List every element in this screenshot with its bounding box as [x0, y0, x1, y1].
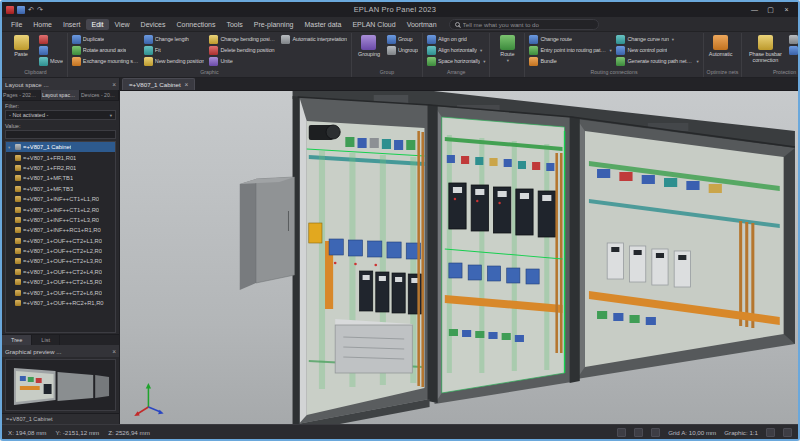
change-route-button[interactable]: Change route [528, 34, 612, 44]
chevron-down-icon: ▾ [609, 48, 611, 53]
menu-tab-insert[interactable]: Insert [58, 19, 86, 30]
snap-toggle-icon[interactable] [617, 428, 626, 437]
menu-tab-eplan-cloud[interactable]: EPLAN Cloud [347, 19, 400, 30]
menu-tab-master-data[interactable]: Master data [299, 19, 346, 30]
menu-tab-file[interactable]: File [6, 19, 27, 30]
tab-devices[interactable]: Devices - 2021... [80, 90, 119, 100]
cut-button[interactable] [38, 34, 64, 44]
space-horizontally-button[interactable]: Space horizontally▾ [426, 56, 486, 66]
bundle-button[interactable]: Bundle [528, 56, 612, 66]
cabinet-bay-middle [435, 106, 572, 404]
paste-button[interactable]: Paste [7, 34, 35, 57]
tab-layout-space[interactable]: Layout space ... [41, 90, 80, 100]
align-on-grid-button[interactable]: Align on grid [426, 34, 486, 44]
tab-tree[interactable]: Tree [2, 335, 32, 345]
close-button[interactable]: × [779, 4, 794, 16]
maximize-button[interactable]: ▢ [763, 4, 778, 16]
filter-select[interactable]: - Not activated - ▾ [5, 110, 116, 120]
move-button[interactable]: Move [38, 56, 64, 66]
tree-item[interactable]: =+V807_1+OUF++CT2+L4,R0 [6, 267, 115, 277]
tree-item[interactable]: =+V807_1+INF++CT1+L2,R0 [6, 204, 115, 214]
space-horizontal-icon [427, 57, 436, 66]
unite-icon [209, 57, 218, 66]
group-label-optimize-nets: Optimize nets [707, 68, 739, 77]
unite-button[interactable]: Unite [208, 56, 277, 66]
device-icon [15, 207, 21, 213]
ungroup-button[interactable]: Ungroup [386, 45, 419, 55]
side-cabinet [240, 177, 295, 290]
tree-item[interactable]: =+V807_1+INF++CT1+L1,R0 [6, 194, 115, 204]
undo-icon[interactable]: ↶ [28, 6, 34, 14]
tree-item[interactable]: =+V807_1+OUF++RC2+R1,R0 [6, 298, 115, 308]
fit-button[interactable]: Fit [143, 45, 206, 55]
options-button[interactable]: Options [788, 45, 798, 55]
settings-icon[interactable] [783, 428, 792, 437]
menu-tab-devices[interactable]: Devices [136, 19, 171, 30]
tree-item[interactable]: =+V807_1+OUF++CT2+L1,R0 [6, 236, 115, 246]
phase-busbar-connection-button[interactable]: Phase busbar connection [745, 34, 785, 63]
automatic-interpretation-button[interactable]: Automatic interpretation [280, 34, 348, 44]
copy-button[interactable] [38, 45, 64, 55]
grid-toggle-icon[interactable] [634, 428, 643, 437]
value-label: Value: [2, 121, 119, 129]
duplicate-button[interactable]: Duplicate [71, 34, 140, 44]
rotate-around-axis-button[interactable]: Rotate around axis [71, 45, 140, 55]
configure-button[interactable]: Configure [788, 34, 798, 44]
tree-item[interactable]: =+V807_1+MF,TB1 [6, 173, 115, 183]
menu-tab-voortman[interactable]: Voortman [402, 19, 442, 30]
tab-pages[interactable]: Pages - 20210... [2, 90, 41, 100]
tell-me-search[interactable] [449, 19, 599, 30]
tree-item[interactable]: =+V807_1+OUF++CT2+L3,R0 [6, 256, 115, 266]
grouping-button[interactable]: Grouping [355, 34, 383, 57]
ortho-toggle-icon[interactable] [651, 428, 660, 437]
change-curve-run-button[interactable]: Change curve run▾ [615, 34, 699, 44]
change-bending-position-button[interactable]: Change bending position [208, 34, 277, 44]
layout-space-panel: Layout space ... × Pages - 20210... Layo… [2, 78, 120, 424]
tree-item[interactable]: =+V807_1+OUF++CT2+L5,R0 [6, 277, 115, 287]
tree-item[interactable]: =+V807_1+INF++CT1+L3,R0 [6, 215, 115, 225]
minimize-button[interactable]: — [747, 4, 762, 16]
layer-icon[interactable] [766, 428, 775, 437]
change-route-icon [529, 35, 538, 44]
panel-close-icon[interactable]: × [112, 81, 116, 88]
generate-routing-path-button[interactable]: Generate routing path network▾ [615, 56, 699, 66]
group-button[interactable]: Group [386, 34, 419, 44]
menu-tab-tools[interactable]: Tools [221, 19, 247, 30]
menu-tab-pre-planning[interactable]: Pre-planning [249, 19, 299, 30]
value-input[interactable] [5, 130, 116, 139]
graphical-preview[interactable] [5, 359, 116, 411]
preview-close-icon[interactable]: × [112, 348, 116, 355]
exchange-mounting-surface-button[interactable]: Exchange mounting surface [71, 56, 140, 66]
tree-item[interactable]: =+V807_1+INF++RC1+R1,R0 [6, 225, 115, 235]
tree-item[interactable]: =+V807_1+OUF++CT2+L2,R0 [6, 246, 115, 256]
search-input[interactable] [463, 21, 593, 28]
route-button[interactable]: Route ▾ [493, 34, 521, 63]
graphic-scale[interactable]: Graphic: 1:1 [724, 429, 758, 436]
tab-list[interactable]: List [32, 335, 60, 345]
new-control-point-button[interactable]: New control point [615, 45, 699, 55]
menu-tab-connections[interactable]: Connections [172, 19, 221, 30]
tree-item[interactable]: =+V807_1+FR2,R01 [6, 163, 115, 173]
group-label-arrange: Arrange [426, 68, 486, 77]
automatic-icon [713, 35, 728, 50]
align-horizontally-button[interactable]: Align horizontally▾ [426, 45, 486, 55]
ribbon-group-routing-connections: Change route Entry point into routing pa… [525, 33, 703, 77]
new-bending-position-button[interactable]: New bending position [143, 56, 206, 66]
save-icon[interactable] [17, 6, 25, 14]
menu-tab-view[interactable]: View [110, 19, 135, 30]
tree-item[interactable]: =+V807_1+OUF++CT2+L6,R0 [6, 287, 115, 297]
menu-tab-home[interactable]: Home [28, 19, 57, 30]
tree-item[interactable]: =+V807_1+MF,TB3 [6, 184, 115, 194]
entry-point-button[interactable]: Entry point into routing path network▾ [528, 45, 612, 55]
tab-close-icon[interactable]: × [185, 81, 189, 88]
document-tab[interactable]: =+V807_1 Cabinet × [122, 78, 195, 90]
tree-item[interactable]: =+V807_1+FR1,R01 [6, 152, 115, 162]
menu-tab-edit[interactable]: Edit [86, 19, 108, 30]
delete-bending-position-button[interactable]: Delete bending position [208, 45, 277, 55]
3d-viewport[interactable] [120, 91, 798, 424]
change-length-button[interactable]: Change length [143, 34, 206, 44]
tree-item-cabinet[interactable]: ▾ =+V807_1 Cabinet [6, 142, 115, 152]
expander-icon[interactable]: ▾ [8, 145, 13, 150]
grid-size[interactable]: Grid A: 10,00 mm [668, 429, 716, 436]
automatic-button[interactable]: Automatic [707, 34, 735, 57]
